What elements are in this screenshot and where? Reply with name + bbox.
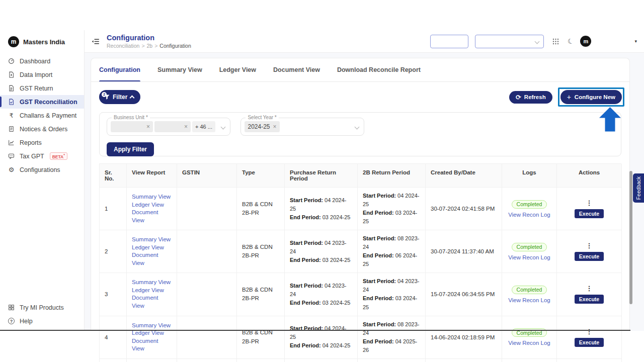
business-unit-more-chip[interactable]: + 46 ...: [192, 121, 215, 132]
apply-filter-button[interactable]: Apply Filter: [107, 142, 154, 156]
ledger-view-link[interactable]: Ledger View: [132, 244, 172, 252]
summary-view-link[interactable]: Summary View: [132, 322, 172, 330]
tab-download-reconcile-report[interactable]: Download Reconcile Report: [337, 58, 421, 81]
sidebar-item-notices-orders[interactable]: Notices & Orders: [0, 122, 84, 136]
window-bottom-edge: [0, 330, 630, 331]
configure-new-button[interactable]: + Configure New: [560, 90, 622, 104]
caret-down-icon[interactable]: ▾: [634, 39, 637, 44]
topbar-select[interactable]: [475, 35, 544, 48]
collapse-menu-icon[interactable]: [92, 38, 100, 45]
cell-created: 30-07-2024 11:37:40 AM: [426, 230, 502, 273]
cell-sr: 4: [100, 316, 127, 359]
tab-configuration[interactable]: Configuration: [99, 58, 140, 81]
cell-type: B2B & CDN2B-PR: [237, 230, 285, 273]
cell-purchase-period: Start Period:04 2023-24 End Period:03 20…: [285, 230, 358, 273]
cell-sr: 1: [100, 188, 127, 230]
document-view-link[interactable]: Document View: [132, 209, 172, 224]
sidebar-item-label: Data Import: [20, 71, 52, 78]
summary-view-link[interactable]: Summary View: [132, 279, 172, 287]
topbar-text-input[interactable]: [430, 35, 468, 48]
tab-summary-view[interactable]: Summary View: [157, 58, 202, 81]
table-header-row: Sr. No. View Report GSTIN Type Purchase …: [100, 164, 621, 188]
sidebar-item-configurations[interactable]: ⚙ Configurations: [0, 163, 84, 176]
document-view-link[interactable]: Document View: [132, 251, 172, 267]
sidebar-item-data-import[interactable]: Data Import: [0, 68, 84, 81]
cell-2b-period: Start Period:08 2023-24 End Period:06 20…: [358, 230, 426, 273]
configure-new-label: Configure New: [575, 94, 615, 100]
col-type: Type: [237, 164, 285, 188]
cell-2b-period: Start Period:04 2023-24 End Period:03 20…: [358, 273, 426, 316]
dashboard-icon: [8, 58, 15, 64]
sidebar-item-challans-payment[interactable]: ₹ Challans & Payment: [0, 109, 84, 122]
breadcrumb-part[interactable]: Reconciliation: [107, 43, 139, 49]
apps-grid-icon[interactable]: [552, 38, 559, 45]
dark-mode-moon-icon[interactable]: ☾: [567, 37, 575, 46]
tab-document-view[interactable]: Document View: [273, 58, 320, 81]
annotation-highlight-box: + Configure New: [558, 87, 624, 107]
chevron-down-icon: [534, 39, 539, 44]
view-recon-log-link[interactable]: View Recon Log: [508, 254, 550, 260]
funnel-icon: 2: [104, 95, 110, 100]
execute-button[interactable]: Execute: [575, 338, 604, 347]
close-icon[interactable]: ×: [273, 124, 277, 130]
gst-reconciliation-icon: [8, 99, 15, 105]
cell-gstin: [177, 230, 237, 273]
cell-logs: Completed View Recon Log: [502, 316, 557, 359]
sidebar-item-try-mi-products[interactable]: Try MI Products: [0, 301, 84, 314]
close-icon[interactable]: ×: [146, 124, 150, 130]
execute-button[interactable]: Execute: [575, 252, 604, 261]
close-icon[interactable]: ×: [184, 124, 188, 130]
user-avatar[interactable]: m: [580, 36, 591, 47]
breadcrumb-part[interactable]: 2b: [147, 43, 153, 49]
data-import-icon: [8, 71, 15, 78]
refresh-button[interactable]: ⟳ Refresh: [509, 91, 552, 104]
tab-ledger-view[interactable]: Ledger View: [219, 58, 256, 81]
view-recon-log-link[interactable]: View Recon Log: [508, 212, 550, 218]
business-unit-chip: ×: [154, 121, 191, 132]
summary-view-link[interactable]: Summary View: [132, 193, 172, 201]
tab-bar: Configuration Summary View Ledger View D…: [91, 58, 629, 82]
feedback-tab[interactable]: Feedback: [633, 173, 644, 203]
sidebar-item-gst-reconciliation[interactable]: GST Reconciliation: [0, 95, 84, 109]
summary-view-link[interactable]: Summary View: [132, 236, 172, 244]
col-sr-no: Sr. No.: [100, 164, 127, 188]
select-year-field[interactable]: Select Year * 2024-25×: [240, 118, 364, 136]
chevron-up-icon: [130, 96, 135, 101]
brand-logo-icon: m: [8, 36, 19, 47]
vertical-scrollbar[interactable]: [629, 171, 632, 304]
beta-badge: BETA*: [50, 152, 67, 160]
more-menu-icon[interactable]: ⋮: [586, 328, 593, 335]
execute-button[interactable]: Execute: [575, 209, 604, 218]
breadcrumb-sep-icon: >: [141, 43, 144, 49]
document-view-link[interactable]: Document View: [132, 294, 172, 310]
cell-sr: 3: [100, 273, 127, 316]
view-recon-log-link[interactable]: View Recon Log: [508, 340, 550, 346]
sidebar-nav: Dashboard Data Import GST Return GST Rec…: [0, 54, 84, 176]
filter-button[interactable]: 2 Filter: [99, 90, 140, 104]
sidebar-item-help[interactable]: ? Help: [0, 314, 84, 328]
more-menu-icon[interactable]: ⋮: [586, 285, 593, 292]
more-menu-icon[interactable]: ⋮: [586, 199, 593, 207]
configurations-table: Sr. No. View Report GSTIN Type Purchase …: [99, 163, 621, 362]
view-recon-log-link[interactable]: View Recon Log: [508, 297, 550, 303]
cell-created: 15-07-2024 06:34:55 PM: [426, 273, 502, 316]
more-menu-icon[interactable]: ⋮: [586, 242, 593, 249]
ledger-view-link[interactable]: Ledger View: [132, 287, 172, 295]
cell-logs: Completed View Recon Log: [502, 273, 557, 316]
business-unit-field[interactable]: Business Unit * × × + 46 ...: [107, 118, 230, 136]
sidebar-item-dashboard[interactable]: Dashboard: [0, 54, 84, 68]
sidebar-item-label: Challans & Payment: [20, 112, 76, 119]
sidebar-item-reports[interactable]: Reports: [0, 136, 84, 149]
cell-created: 30-07-2024 02:41:58 PM: [426, 188, 502, 230]
help-icon: ?: [8, 318, 15, 324]
sidebar-item-gst-return[interactable]: GST Return: [0, 81, 84, 95]
execute-button[interactable]: Execute: [575, 295, 604, 304]
document-view-link[interactable]: Document View: [132, 337, 172, 353]
ledger-view-link[interactable]: Ledger View: [132, 201, 172, 209]
cell-purchase-period: Start Period:04 2024-25 End Period:03 20…: [285, 188, 358, 230]
filter-count-badge: 2: [102, 92, 107, 97]
sidebar-item-label: Configurations: [20, 166, 60, 173]
reports-icon: [8, 139, 15, 146]
chevron-down-icon: [355, 125, 360, 130]
sidebar-item-tax-gpt[interactable]: Tax GPT BETA*: [0, 149, 84, 163]
